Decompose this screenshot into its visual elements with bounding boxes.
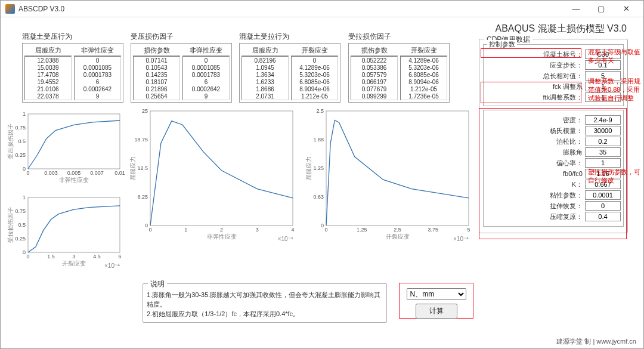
svg-text:0: 0: [23, 249, 26, 255]
field-label: fck 调整系: [486, 82, 583, 91]
note-line-2: 2.初始屈服应力取（1/3-1/2）fc，本程序采用0.4*fc。: [147, 309, 383, 319]
anno-adjust: 调整系数，采用规范值乘0.88，采用试验值自行调整: [588, 77, 642, 102]
field-row: 粘性参数：: [486, 190, 621, 200]
field-label: fb0/fc0: [486, 170, 583, 177]
svg-text:0.5: 0.5: [18, 222, 26, 228]
cdp-data-panel: CDP使用数据 控制参数 混凝土标号：应变步长：总长相对值：fck 调整系ftk…: [479, 39, 628, 233]
col-body[interactable]: 0.071410.105430.142350.181070.218960.256…: [133, 56, 180, 100]
svg-text:2.5: 2.5: [316, 108, 324, 114]
svg-text:0: 0: [145, 223, 148, 228]
svg-text:1.25: 1.25: [357, 227, 367, 233]
app-title-text: ABSCDP V3.0: [18, 5, 564, 13]
field-label: 泊松比：: [486, 137, 583, 146]
field-label: 粘性参数：: [486, 191, 583, 200]
svg-text:非弹性应变: 非弹性应变: [59, 177, 89, 183]
svg-text:2.5: 2.5: [394, 227, 401, 233]
svg-text:12.5: 12.5: [137, 165, 148, 171]
field-input[interactable]: [585, 126, 621, 135]
svg-text:×10⁻⁴: ×10⁻⁴: [453, 236, 469, 242]
svg-text:0.007: 0.007: [90, 170, 104, 176]
field-row: 膨胀角: [486, 147, 621, 157]
svg-text:1: 1: [23, 194, 26, 200]
svg-text:6: 6: [118, 254, 121, 260]
chart-compress-stress: 0123406.2512.518.7525 非弹性应变 屈服应力 ×10⁻³: [128, 106, 298, 243]
svg-rect-13: [28, 197, 120, 252]
field-label: 偏心率：: [486, 159, 583, 168]
field-input[interactable]: [585, 115, 621, 125]
field-input[interactable]: [585, 158, 621, 168]
field-input[interactable]: [585, 201, 621, 211]
svg-text:0.005: 0.005: [67, 170, 81, 176]
col-body[interactable]: 0.0522220.0533860.0575790.0661970.077679…: [351, 56, 398, 100]
svg-text:0.01: 0.01: [114, 170, 125, 176]
col-header: 开裂应变: [400, 45, 447, 56]
control-legend: 控制参数: [487, 40, 517, 49]
close-button[interactable]: ✕: [614, 1, 639, 17]
anno-grade: 混凝土等级与取值多少有关: [588, 48, 642, 64]
field-input[interactable]: [585, 137, 621, 146]
col-body[interactable]: 00.00010850.000178360.000264290.00036577: [182, 56, 230, 100]
calc-button[interactable]: 计算: [416, 304, 457, 319]
minimize-button[interactable]: —: [564, 1, 589, 17]
calc-controls: N、mm 计算: [399, 283, 473, 319]
svg-text:开裂应变: 开裂应变: [62, 260, 86, 267]
tensile-damage-table: 受拉损伤因子 损伤参数0.0522220.0533860.0575790.066…: [348, 32, 450, 103]
field-input[interactable]: [585, 190, 621, 200]
svg-text:5: 5: [467, 227, 470, 233]
svg-text:开裂应变: 开裂应变: [386, 233, 410, 240]
col-body[interactable]: 00.00010850.000178360.000264290.00036577: [74, 56, 121, 100]
svg-text:0.003: 0.003: [44, 170, 58, 176]
field-label: 压缩复原：: [486, 212, 583, 221]
svg-text:0: 0: [321, 223, 324, 228]
compress-behavior-table: 混凝土受压行为 屈服应力12.038815.003917.470819.4552…: [22, 32, 123, 103]
maximize-button[interactable]: ▢: [589, 1, 614, 17]
svg-text:0.5: 0.5: [18, 138, 26, 144]
svg-text:屈服应力: 屈服应力: [129, 156, 136, 180]
table-title: 受拉损伤因子: [348, 32, 450, 42]
col-body[interactable]: 12.038815.003917.470819.455221.010622.03…: [24, 56, 72, 100]
svg-text:1: 1: [23, 111, 26, 117]
chart-compress-damage: 00.0030.0050.0070.0100.250.50.751 非弹性应变 …: [5, 109, 125, 187]
anno-plastic: 塑性损伤参数，可自行修改: [588, 168, 642, 184]
svg-text:0.75: 0.75: [15, 208, 26, 214]
svg-text:1: 1: [184, 227, 187, 233]
col-header: 屈服应力: [242, 45, 289, 56]
table-title: 混凝土受压行为: [22, 32, 123, 42]
field-row: 偏心率：: [486, 158, 621, 168]
svg-text:3: 3: [256, 227, 259, 233]
svg-text:受压损伤因子: 受压损伤因子: [7, 123, 14, 159]
svg-text:2: 2: [220, 227, 223, 233]
col-header: 屈服应力: [24, 45, 72, 56]
field-row: 杨氏模量：: [486, 126, 621, 135]
app-window: ABSCDP V3.0 — ▢ ✕ ABAQUS 混凝土损伤模型 V3.0 混凝…: [0, 0, 644, 349]
field-label: K：: [486, 180, 583, 189]
col-body[interactable]: 0.821961.09451.36341.62331.86862.07312.2…: [242, 56, 289, 100]
svg-text:×10⁻³: ×10⁻³: [278, 236, 293, 242]
svg-rect-0: [28, 114, 120, 169]
footer: 建源学堂 制 | www.jycmf.cn: [556, 337, 636, 346]
col-body[interactable]: 04.1289e-065.3203e-066.8085e-068.9094e-0…: [291, 56, 338, 100]
svg-text:0: 0: [26, 170, 29, 176]
svg-text:×10⁻⁴: ×10⁻⁴: [104, 262, 120, 269]
note-line-1: 1.膨胀角一般为30-35.膨胀越大可加强其收敛性，但会夸大混凝土膨胀能力影响其…: [147, 290, 383, 309]
svg-text:4: 4: [291, 227, 294, 233]
svg-text:0.25: 0.25: [15, 236, 26, 242]
col-header: 损伤参数: [351, 45, 398, 56]
svg-text:25: 25: [142, 108, 148, 114]
notes-legend: 说明: [148, 279, 167, 289]
page-title: ABAQUS 混凝土损伤模型 V3.0: [496, 23, 627, 35]
svg-text:0: 0: [23, 166, 26, 172]
field-input[interactable]: [585, 147, 621, 157]
col-body[interactable]: 4.1289e-065.3203e-066.8085e-068.9094e-06…: [400, 56, 447, 100]
svg-text:3.75: 3.75: [428, 227, 438, 233]
field-input[interactable]: [585, 212, 621, 221]
svg-text:0.75: 0.75: [15, 125, 26, 131]
svg-text:4.5: 4.5: [93, 254, 101, 260]
svg-rect-27: [150, 111, 293, 226]
table-title: 混凝土受拉行为: [239, 32, 340, 42]
svg-text:0: 0: [148, 227, 151, 233]
chart-tensile-damage: 01.534.5600.250.50.751 开裂应变 受拉损伤因子 ×10⁻⁴: [5, 193, 125, 270]
field-label: 杨氏模量：: [486, 126, 583, 135]
field-label: 总长相对值：: [486, 72, 583, 81]
unit-select[interactable]: N、mm: [407, 288, 466, 300]
